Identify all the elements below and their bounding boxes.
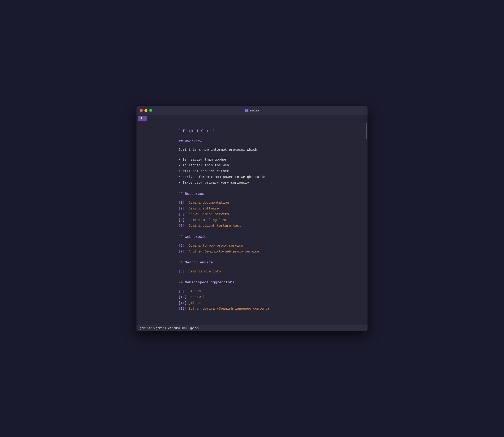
link-text[interactable]: CAPCOM	[189, 289, 201, 294]
scrollbar[interactable]	[365, 122, 367, 325]
link-text[interactable]: Gemini-to-web proxy service	[189, 243, 243, 249]
link-text[interactable]: Known Gemini servers	[189, 212, 229, 217]
close-button[interactable]	[140, 109, 143, 112]
tab-bar: 1	[137, 115, 367, 122]
tab-1[interactable]: 1	[138, 116, 147, 121]
section-heading-resources: ## Resources	[179, 191, 359, 197]
list-item: [1] Gemini documentation	[179, 200, 359, 206]
section-heading-overview: ## Overview	[179, 138, 359, 144]
window-title: amfora	[245, 109, 259, 112]
proxies-links: [6] Gemini-to-web proxy service [7] Anot…	[179, 243, 359, 255]
link-index: [4]	[179, 218, 187, 223]
link-text[interactable]: Bot en deriva (Spanish language content)	[189, 306, 269, 312]
bullet-item: Strives for maximum power to weight rati…	[179, 174, 359, 180]
list-item: [8] geminispace.info	[179, 269, 359, 275]
list-item: [9] CAPCOM	[179, 288, 359, 295]
app-window: amfora 1 # Project Gemini ## Overview Ge…	[137, 106, 367, 331]
link-index: [10]	[179, 295, 187, 300]
minimize-button[interactable]	[144, 109, 147, 112]
section-heading-proxies: ## Web proxies	[179, 234, 359, 240]
link-text[interactable]: geminispace.info	[189, 269, 221, 275]
title-text: amfora	[250, 109, 259, 112]
traffic-lights	[140, 109, 152, 112]
link-index: [5]	[179, 223, 187, 229]
resources-links: [1] Gemini documentation [2] Gemini soft…	[179, 200, 359, 229]
list-item: [4] Gemini mailing list	[179, 218, 359, 223]
status-bar: gemini://gemini.circumlunar.space/	[137, 325, 367, 331]
link-index: [8]	[179, 269, 187, 275]
list-item: [10] Spacewalk	[179, 295, 359, 300]
bullet-item: Is lighter than the web	[179, 163, 359, 169]
aggregators-links: [9] CAPCOM [10] Spacewalk [11] gmisub [1…	[179, 288, 359, 312]
gemini-content: # Project Gemini ## Overview Gemini is a…	[137, 122, 367, 325]
link-index: [3]	[179, 212, 187, 217]
page-h1: # Project Gemini	[179, 128, 359, 134]
main-content: # Project Gemini ## Overview Gemini is a…	[137, 122, 367, 325]
titlebar: amfora	[137, 106, 367, 115]
search-links: [8] geminispace.info	[179, 269, 359, 275]
link-text[interactable]: gmisub	[189, 301, 201, 306]
link-index: [12]	[179, 306, 187, 312]
list-item: [11] gmisub	[179, 300, 359, 306]
link-index: [11]	[179, 301, 187, 306]
list-item: [3] Known Gemini servers	[179, 212, 359, 218]
list-item: [7] Another Gemini-to-web proxy service	[179, 249, 359, 255]
status-url: gemini://gemini.circumlunar.space/	[140, 327, 200, 330]
tab-cursor	[144, 117, 144, 120]
link-index: [1]	[179, 200, 187, 206]
link-text[interactable]: Another Gemini-to-web proxy service	[189, 249, 259, 255]
overview-paragraph: Gemini is a new internet protocol which:	[179, 147, 359, 153]
overview-bullets: Is heavier than gopher Is lighter than t…	[179, 157, 359, 186]
list-item: [5] Gemini client torture test	[179, 223, 359, 229]
bullet-item: Is heavier than gopher	[179, 157, 359, 163]
link-index: [2]	[179, 206, 187, 212]
link-text[interactable]: Gemini client torture test	[189, 223, 241, 229]
scrollbar-thumb[interactable]	[366, 123, 367, 139]
link-text[interactable]: Gemini software	[189, 206, 219, 212]
bullet-item: Takes user privacy very seriously	[179, 180, 359, 186]
section-heading-search: ## Search engine	[179, 260, 359, 265]
link-index: [7]	[179, 249, 187, 255]
link-text[interactable]: Gemini mailing list	[189, 218, 227, 223]
link-text[interactable]: Gemini documentation	[189, 200, 229, 206]
link-text[interactable]: Spacewalk	[189, 295, 207, 300]
section-heading-aggregators: ## Geminispace aggregators	[179, 279, 359, 285]
list-item: [6] Gemini-to-web proxy service	[179, 243, 359, 249]
link-index: [6]	[179, 243, 187, 249]
bullet-item: Will not replace either	[179, 169, 359, 174]
tab-number: 1	[141, 117, 142, 120]
list-item: [2] Gemini software	[179, 206, 359, 212]
maximize-button[interactable]	[149, 109, 152, 112]
link-index: [9]	[179, 289, 187, 294]
app-icon	[245, 109, 248, 112]
list-item: [12] Bot en deriva (Spanish language con…	[179, 306, 359, 312]
